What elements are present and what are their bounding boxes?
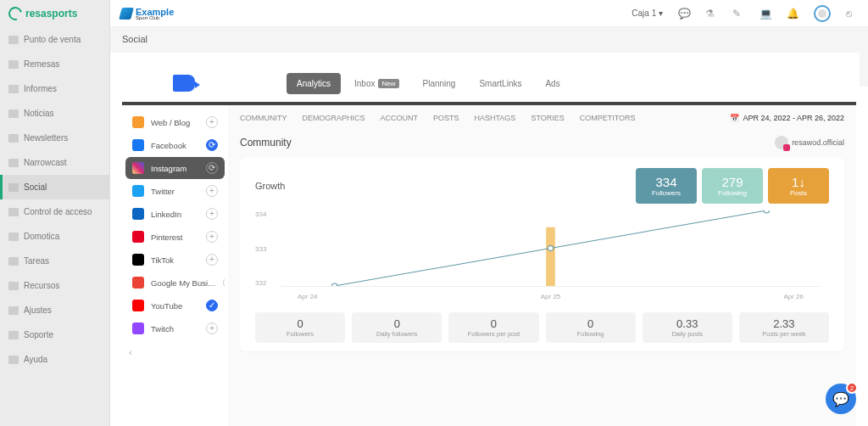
laptop-icon[interactable]: 💻 <box>760 8 771 20</box>
logout-icon[interactable]: ⎋ <box>846 8 858 20</box>
social-label: Twitter <box>151 187 175 196</box>
sidebar-item-recursos[interactable]: Recursos <box>0 273 109 298</box>
subtab-posts[interactable]: POSTS <box>433 114 459 122</box>
subtab-demographics[interactable]: DEMOGRAPHICS <box>303 114 365 122</box>
register-dropdown[interactable]: Caja 1 ▾ <box>632 8 663 18</box>
avatar[interactable] <box>814 5 831 22</box>
sidebar-item-punto-de-venta[interactable]: Punto de venta <box>0 27 109 52</box>
sidebar-item-social[interactable]: Social <box>0 175 109 199</box>
social-label: Twitch <box>151 324 174 334</box>
sidebar-item-newsletters[interactable]: Newsletters <box>0 126 109 150</box>
chat-widget[interactable]: 💬 2 <box>826 384 856 414</box>
sidebar-item-ayuda[interactable]: Ayuda <box>0 347 109 372</box>
main-content: Analytics InboxNew Planning SmartLinks A… <box>110 53 868 426</box>
sidebar-item-tareas[interactable]: Tareas <box>0 249 109 273</box>
account-tag[interactable]: resawod.official <box>775 136 844 149</box>
add-icon[interactable]: + <box>206 116 218 128</box>
add-icon[interactable]: + <box>206 322 218 334</box>
add-icon[interactable]: + <box>206 254 218 266</box>
sidebar-item-label: Punto de venta <box>24 35 81 44</box>
date-range-picker[interactable]: 📅APR 24, 2022 - APR 26, 2022 <box>730 114 844 122</box>
social-label: Google My Busi… <box>151 278 216 288</box>
connected-icon[interactable]: ⟳ <box>206 139 218 151</box>
mini-label: Followers per post <box>452 330 535 338</box>
subtab-account[interactable]: ACCOUNT <box>381 114 419 122</box>
social-label: Facebook <box>151 141 186 150</box>
social-label: TikTok <box>151 255 174 265</box>
stat-following[interactable]: 279Following <box>702 168 763 204</box>
sidebar-item-soporte[interactable]: Soporte <box>0 322 109 347</box>
social-item-twitter[interactable]: Twitter+ <box>125 180 225 202</box>
stat-value: 1↓ <box>771 175 826 189</box>
stat-followers[interactable]: 334Followers <box>636 168 697 204</box>
x-tick: Apr 25 <box>541 293 561 300</box>
mini-label: Daily followers <box>355 330 438 338</box>
tab-ads[interactable]: Ads <box>535 73 570 94</box>
subtab-competitors[interactable]: COMPETITORS <box>580 114 636 122</box>
twitter-icon <box>132 185 144 197</box>
brand-text: resasports <box>25 8 77 20</box>
sidebar-item-noticias[interactable]: Noticias <box>0 101 109 126</box>
flask-icon[interactable]: ⚗ <box>705 8 717 20</box>
subtab-stories[interactable]: STORIES <box>531 114 564 122</box>
stat-label: Posts <box>771 189 826 197</box>
tab-label: SmartLinks <box>479 79 521 88</box>
y-tick: 332 <box>255 279 266 287</box>
social-item-gmb[interactable]: Google My Busi…+ <box>125 272 225 294</box>
chat-icon[interactable]: 💬 <box>678 8 690 20</box>
mini-following: 0Following <box>546 312 636 343</box>
scrollbar[interactable] <box>860 53 868 426</box>
sidebar-item-label: Recursos <box>24 281 59 290</box>
subtab-community[interactable]: COMMUNITY <box>240 114 287 122</box>
sidebar-item-control-acceso[interactable]: Control de acceso <box>0 199 109 224</box>
tab-planning[interactable]: Planning <box>413 73 466 94</box>
point-apr25 <box>548 246 553 251</box>
sidebar-item-informes[interactable]: Informes <box>0 76 109 101</box>
brand-logo[interactable]: resasports <box>0 0 109 27</box>
add-icon[interactable]: + <box>206 231 218 243</box>
mini-value: 0.33 <box>646 317 729 330</box>
add-icon[interactable]: + <box>206 185 218 197</box>
tab-inbox[interactable]: InboxNew <box>344 73 409 94</box>
bell-icon[interactable]: 🔔 <box>787 8 798 20</box>
bar-apr25 <box>546 227 555 286</box>
sidebar-item-label: Informes <box>24 84 57 93</box>
social-icon <box>8 183 19 192</box>
youtube-icon <box>132 300 144 311</box>
add-icon[interactable]: + <box>223 277 225 289</box>
mini-value: 0 <box>549 317 632 330</box>
add-icon[interactable]: + <box>206 208 218 220</box>
sub-tabs: COMMUNITY DEMOGRAPHICS ACCOUNT POSTS HAS… <box>240 105 844 131</box>
social-item-web[interactable]: Web / Blog+ <box>125 111 225 133</box>
pencil-icon[interactable]: ✎ <box>732 8 744 20</box>
tab-label: Planning <box>423 79 456 88</box>
social-item-tiktok[interactable]: TikTok+ <box>125 249 225 271</box>
social-item-linkedin[interactable]: LinkedIn+ <box>125 203 225 225</box>
domotica-icon <box>8 233 19 241</box>
rss-icon <box>132 116 144 128</box>
y-tick: 333 <box>255 245 266 253</box>
social-item-twitch[interactable]: Twitch+ <box>125 317 225 339</box>
settings-icon <box>8 306 19 315</box>
app-sidebar: resasports Punto de venta Remesas Inform… <box>0 0 110 426</box>
sidebar-item-ajustes[interactable]: Ajustes <box>0 298 109 322</box>
social-item-youtube[interactable]: YouTube✓ <box>125 294 225 317</box>
connected-icon[interactable]: ⟳ <box>206 162 218 174</box>
sidebar-item-domotica[interactable]: Domotica <box>0 224 109 249</box>
club-logo[interactable]: ExampleSport Club <box>120 7 174 20</box>
social-item-instagram[interactable]: Instagram⟳ <box>125 157 225 179</box>
subtab-hashtags[interactable]: HASHTAGS <box>475 114 516 122</box>
pinterest-icon <box>132 231 144 243</box>
tab-analytics[interactable]: Analytics <box>287 73 341 94</box>
stat-posts[interactable]: 1↓Posts <box>768 168 829 204</box>
social-item-pinterest[interactable]: Pinterest+ <box>125 226 225 248</box>
mini-posts-per-week: 2.33Posts per week <box>739 312 829 343</box>
connected-icon[interactable]: ✓ <box>206 300 218 311</box>
collapse-icon[interactable]: ‹ <box>122 340 228 364</box>
social-item-facebook[interactable]: Facebook⟳ <box>125 134 225 156</box>
sidebar-item-remesas[interactable]: Remesas <box>0 52 109 76</box>
tab-smartlinks[interactable]: SmartLinks <box>469 73 531 94</box>
sidebar-item-narrowcast[interactable]: Narrowcast <box>0 150 109 175</box>
dashboard: COMMUNITY DEMOGRAPHICS ACCOUNT POSTS HAS… <box>228 105 856 426</box>
remittance-icon <box>8 60 19 69</box>
